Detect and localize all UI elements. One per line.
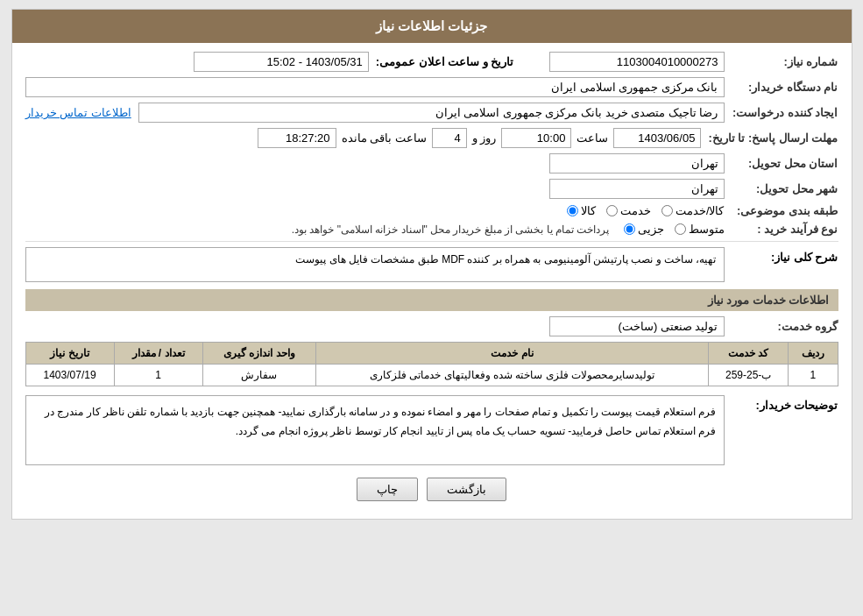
services-table-body: 1 ب-25-259 تولیدسایرمحصولات فلزی ساخته ش… xyxy=(25,365,838,386)
purchase-medium-radio[interactable] xyxy=(675,223,686,235)
page-container: جزئیات اطلاعات نیاز شماره نیاز: 11030040… xyxy=(11,9,852,520)
category-goods-service-radio[interactable] xyxy=(661,205,673,216)
deadline-row: مهلت ارسال پاسخ: تا تاریخ: 1403/06/05 سا… xyxy=(25,128,838,148)
col-name: نام خدمت xyxy=(315,343,708,365)
days-field: 4 xyxy=(432,128,467,148)
deadline-label: مهلت ارسال پاسخ: تا تاریخ: xyxy=(701,131,838,145)
need-number-field: 1103004010000273 xyxy=(549,52,725,72)
back-button[interactable]: بازگشت xyxy=(427,478,506,501)
buyer-notes-row: توضیحات خریدار: فرم استعلام قیمت پیوست ر… xyxy=(25,395,838,465)
buttons-row: بازگشت چاپ xyxy=(25,478,838,501)
col-quantity: تعداد / مقدار xyxy=(114,343,202,365)
cell-row: 1 xyxy=(789,365,838,386)
time-label: ساعت xyxy=(577,131,608,145)
buyer-notes-box: فرم استعلام قیمت پیوست را تکمیل و تمام ص… xyxy=(25,395,725,465)
buyer-org-label: نام دستگاه خریدار: xyxy=(725,81,838,94)
province-row: استان محل تحویل: تهران xyxy=(25,153,838,173)
cell-date: 1403/07/19 xyxy=(25,365,114,386)
province-label: استان محل تحویل: xyxy=(725,157,838,170)
province-field: تهران xyxy=(549,153,725,173)
page-title: جزئیات اطلاعات نیاز xyxy=(376,18,487,33)
creator-contact-link[interactable]: اطلاعات تماس خریدار xyxy=(25,106,131,119)
need-number-row: شماره نیاز: 1103004010000273 تاریخ و ساع… xyxy=(25,52,838,72)
category-service-radio[interactable] xyxy=(606,205,618,216)
category-row: طبقه بندی موضوعی: کالا/خدمت خدمت کالا xyxy=(25,204,838,217)
service-group-row: گروه خدمت: تولید صنعتی (ساخت) xyxy=(25,316,838,336)
deadline-date-field: 1403/06/05 xyxy=(613,128,701,148)
creator-row: ایجاد کننده درخواست: رضا تاجیک متصدی خری… xyxy=(25,103,838,123)
announce-date-field: 1403/05/31 - 15:02 xyxy=(194,52,369,72)
col-row: ردیف xyxy=(789,343,838,365)
content-area: شماره نیاز: 1103004010000273 تاریخ و ساع… xyxy=(12,43,852,519)
category-service-option[interactable]: خدمت xyxy=(606,204,651,217)
need-desc-label: شرح کلی نیاز: xyxy=(725,247,838,264)
col-code: کد خدمت xyxy=(709,343,789,365)
purchase-type-label: نوع فرآیند خرید : xyxy=(725,223,838,236)
category-goods-option[interactable]: کالا xyxy=(567,204,596,217)
purchase-partial-radio[interactable] xyxy=(624,223,635,235)
purchase-medium-option[interactable]: متوسط xyxy=(675,223,725,236)
page-header: جزئیات اطلاعات نیاز xyxy=(12,10,852,43)
cell-code: ب-25-259 xyxy=(709,365,789,386)
purchase-partial-option[interactable]: جزیی xyxy=(624,223,664,236)
purchase-medium-label: متوسط xyxy=(689,223,725,236)
buyer-org-field: بانک مرکزی جمهوری اسلامی ایران xyxy=(25,77,725,97)
table-row: 1 ب-25-259 تولیدسایرمحصولات فلزی ساخته ش… xyxy=(25,365,838,386)
creator-label: ایجاد کننده درخواست: xyxy=(725,106,838,119)
city-label: شهر محل تحویل: xyxy=(725,182,838,195)
category-goods-service-label: کالا/خدمت xyxy=(676,204,725,217)
purchase-type-row: نوع فرآیند خرید : متوسط جزیی پرداخت تمام… xyxy=(25,223,838,236)
category-goods-label: کالا xyxy=(581,204,596,217)
need-desc-row: شرح کلی نیاز: تهیه، ساخت و نصب پارتیشن آ… xyxy=(25,247,838,282)
announce-date-label: تاریخ و ساعت اعلان عمومی: xyxy=(376,55,514,68)
need-desc-box: تهیه، ساخت و نصب پارتیشن آلومینیومی به ه… xyxy=(25,247,725,282)
purchase-partial-label: جزیی xyxy=(638,223,664,236)
remaining-field: 18:27:20 xyxy=(258,128,336,148)
category-goods-radio[interactable] xyxy=(567,205,578,216)
print-button[interactable]: چاپ xyxy=(357,478,418,501)
city-row: شهر محل تحویل: تهران xyxy=(25,179,838,199)
remaining-label: ساعت باقی مانده xyxy=(342,131,427,145)
need-number-label: شماره نیاز: xyxy=(725,55,838,68)
col-date: تاریخ نیاز xyxy=(25,343,114,365)
cell-unit: سفارش xyxy=(202,365,315,386)
divider-1 xyxy=(25,241,838,242)
purchase-note: پرداخت تمام یا بخشی از مبلغ خریدار محل "… xyxy=(25,223,610,236)
category-goods-service-option[interactable]: کالا/خدمت xyxy=(661,204,725,217)
services-table-header-row: ردیف کد خدمت نام خدمت واحد اندازه گیری ت… xyxy=(25,343,838,365)
services-section-header: اطلاعات خدمات مورد نیاز xyxy=(25,289,838,311)
buyer-notes-label: توضیحات خریدار: xyxy=(725,395,838,412)
service-group-label: گروه خدمت: xyxy=(725,320,838,333)
service-group-field: تولید صنعتی (ساخت) xyxy=(549,316,725,336)
creator-field: رضا تاجیک متصدی خرید بانک مرکزی جمهوری ا… xyxy=(138,103,725,123)
category-label: طبقه بندی موضوعی: xyxy=(725,204,838,217)
cell-quantity: 1 xyxy=(114,365,202,386)
buyer-org-row: نام دستگاه خریدار: بانک مرکزی جمهوری اسل… xyxy=(25,77,838,97)
category-radio-group: کالا/خدمت خدمت کالا xyxy=(567,204,725,217)
col-unit: واحد اندازه گیری xyxy=(202,343,315,365)
services-table: ردیف کد خدمت نام خدمت واحد اندازه گیری ت… xyxy=(25,342,838,386)
deadline-time-field: 10:00 xyxy=(501,128,571,148)
city-field: تهران xyxy=(549,179,725,199)
services-table-head: ردیف کد خدمت نام خدمت واحد اندازه گیری ت… xyxy=(25,343,838,365)
category-service-label: خدمت xyxy=(620,204,651,217)
cell-name: تولیدسایرمحصولات فلزی ساخته شده وفعالیته… xyxy=(315,365,708,386)
days-label: روز و xyxy=(472,131,497,145)
purchase-type-radio-group: متوسط جزیی xyxy=(624,223,725,236)
